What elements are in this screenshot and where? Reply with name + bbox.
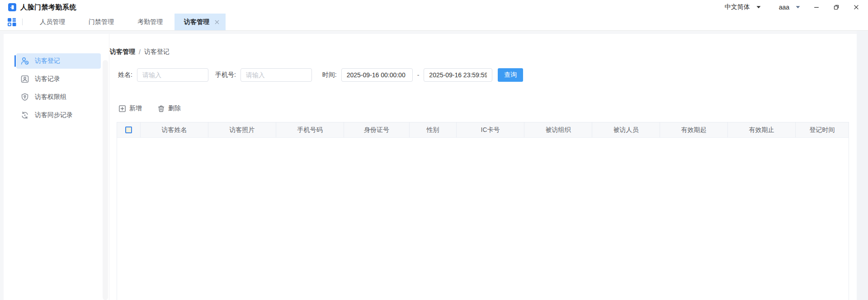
divider <box>22 19 23 25</box>
table-header-checkbox-cell <box>117 122 141 137</box>
name-label: 姓名: <box>118 71 132 79</box>
sidebar: 访客登记 访客记录 <box>4 34 109 300</box>
breadcrumb: 访客管理 / 访客登记 <box>109 47 857 56</box>
column-header-visited-person: 被访人员 <box>592 122 660 137</box>
main-panel: 访客管理 / 访客登记 姓名: 手机号: 时间: - 查询 <box>109 34 857 300</box>
visitor-sync-records-icon <box>20 111 29 120</box>
restore-button[interactable] <box>833 4 840 11</box>
close-button[interactable] <box>853 4 860 11</box>
tab-label: 门禁管理 <box>89 18 114 26</box>
content-area: 访客登记 访客记录 <box>0 31 868 300</box>
tab-visitor-management[interactable]: 访客管理 <box>175 14 226 30</box>
tabbar: 人员管理 门禁管理 考勤管理 访客管理 <box>0 14 868 31</box>
trash-icon <box>157 105 165 112</box>
search-button[interactable]: 查询 <box>498 68 523 82</box>
sidebar-item-label: 访客登记 <box>35 57 60 65</box>
table-body <box>117 138 849 300</box>
filter-bar: 姓名: 手机号: 时间: - 查询 <box>109 68 857 82</box>
visitor-records-icon <box>20 75 29 84</box>
visitor-table: 访客姓名 访客照片 手机号码 身份证号 性别 IC卡号 被访组织 被访人员 有效… <box>117 122 849 300</box>
add-button[interactable]: 新增 <box>118 104 142 112</box>
sidebar-item-label: 访客同步记录 <box>35 111 73 119</box>
app-window: 人脸门禁考勤系统 中文简体 aaa <box>0 0 868 300</box>
chevron-down-icon <box>796 6 800 9</box>
sidebar-item-label: 访客记录 <box>35 75 60 83</box>
time-end-input[interactable] <box>424 68 492 82</box>
delete-button[interactable]: 删除 <box>157 104 181 112</box>
sidebar-item-visitor-register[interactable]: 访客登记 <box>16 53 101 69</box>
column-header-id-number: 身份证号 <box>344 122 410 137</box>
chevron-down-icon <box>756 6 761 9</box>
user-menu[interactable]: aaa <box>779 4 800 11</box>
delete-button-label: 删除 <box>168 104 181 112</box>
column-header-visitor-photo: 访客照片 <box>208 122 276 137</box>
username-label: aaa <box>779 4 789 11</box>
breadcrumb-parent[interactable]: 访客管理 <box>110 48 135 56</box>
minimize-button[interactable] <box>813 4 820 11</box>
plus-square-icon <box>118 105 126 112</box>
name-input[interactable] <box>137 68 208 82</box>
column-header-valid-from: 有效期起 <box>660 122 728 137</box>
visitor-register-icon <box>20 56 29 66</box>
column-header-phone-number: 手机号码 <box>276 122 344 137</box>
sidebar-item-label: 访客权限组 <box>35 93 66 101</box>
sidebar-scrollbar[interactable] <box>103 60 108 300</box>
tab-label: 访客管理 <box>184 18 209 26</box>
column-header-visitor-name: 访客姓名 <box>141 122 208 137</box>
tab-label: 考勤管理 <box>137 18 163 26</box>
table-header-row: 访客姓名 访客照片 手机号码 身份证号 性别 IC卡号 被访组织 被访人员 有效… <box>117 122 849 138</box>
sidebar-item-visitor-permission-group[interactable]: 访客权限组 <box>16 89 101 105</box>
tab-access-management[interactable]: 门禁管理 <box>77 14 126 30</box>
column-header-valid-until: 有效期止 <box>728 122 796 137</box>
titlebar: 人脸门禁考勤系统 中文简体 aaa <box>0 0 868 14</box>
language-label: 中文简体 <box>725 3 750 11</box>
visitor-permission-group-icon <box>20 93 29 102</box>
column-header-gender: 性别 <box>410 122 457 137</box>
tab-person-management[interactable]: 人员管理 <box>28 14 77 30</box>
time-label: 时间: <box>322 71 337 79</box>
tab-close-icon[interactable] <box>214 19 220 25</box>
app-logo-icon <box>8 3 16 11</box>
tab-label: 人员管理 <box>40 18 65 26</box>
dashboard-grid-icon[interactable] <box>6 17 17 28</box>
app-title: 人脸门禁考勤系统 <box>20 3 76 12</box>
select-all-checkbox[interactable] <box>125 127 132 133</box>
sidebar-item-visitor-sync-records[interactable]: 访客同步记录 <box>16 108 101 123</box>
table-toolbar: 新增 删除 <box>109 104 857 112</box>
titlebar-right: 中文简体 aaa <box>725 3 860 11</box>
breadcrumb-current: 访客登记 <box>144 48 170 56</box>
time-range-separator: - <box>417 71 420 79</box>
column-header-ic-card: IC卡号 <box>457 122 524 137</box>
phone-input[interactable] <box>241 68 312 82</box>
column-header-register-time: 登记时间 <box>796 122 849 137</box>
add-button-label: 新增 <box>129 104 142 112</box>
titlebar-left: 人脸门禁考勤系统 <box>8 3 725 12</box>
language-selector[interactable]: 中文简体 <box>725 3 761 11</box>
phone-label: 手机号: <box>215 71 236 79</box>
sidebar-item-visitor-records[interactable]: 访客记录 <box>16 71 101 87</box>
time-start-input[interactable] <box>341 68 413 82</box>
main-scrollbar[interactable] <box>857 31 868 300</box>
breadcrumb-separator: / <box>139 48 141 56</box>
tab-attendance-management[interactable]: 考勤管理 <box>126 14 175 30</box>
column-header-visited-org: 被访组织 <box>524 122 592 137</box>
